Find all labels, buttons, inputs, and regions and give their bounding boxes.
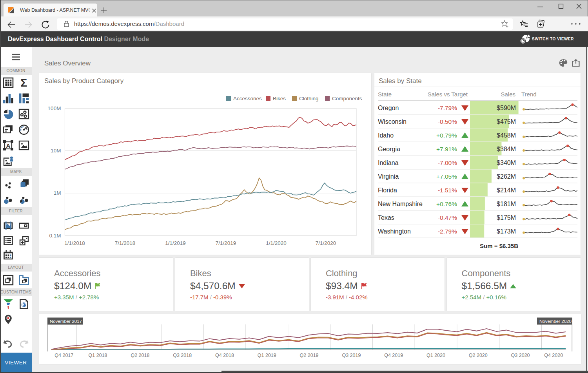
svg-text:Trend: Trend	[521, 91, 537, 98]
svg-text:State: State	[378, 91, 392, 98]
svg-text:Washington: Washington	[378, 228, 411, 235]
svg-text:Components: Components	[332, 96, 362, 101]
svg-text:-2.79%: -2.79%	[438, 228, 457, 235]
svg-text:Idaho: Idaho	[378, 132, 394, 139]
svg-text:+0.79%: +0.79%	[436, 132, 457, 139]
svg-text:Q1 2019: Q1 2019	[258, 353, 276, 358]
svg-text:-0.50%: -0.50%	[438, 118, 457, 125]
svg-text:7/1/2020: 7/1/2020	[316, 240, 336, 246]
svg-text:7/1/2019: 7/1/2019	[216, 240, 236, 246]
svg-text:$173M: $173M	[497, 228, 516, 235]
svg-text:Florida: Florida	[378, 187, 397, 194]
svg-text:Q4 2019: Q4 2019	[384, 353, 403, 358]
svg-text:November 2017: November 2017	[50, 319, 82, 324]
svg-text:Georgia: Georgia	[378, 146, 400, 152]
svg-text:Q2 2019: Q2 2019	[300, 353, 319, 358]
svg-text:Indiana: Indiana	[378, 159, 399, 166]
svg-text:Oregon: Oregon	[378, 105, 399, 111]
svg-text:-7.79%: -7.79%	[438, 105, 457, 111]
svg-text:Accessories: Accessories	[233, 96, 262, 101]
svg-text:Q1 2020: Q1 2020	[426, 353, 445, 358]
svg-text:1/1/2020: 1/1/2020	[266, 240, 287, 246]
svg-text:$340M: $340M	[497, 159, 516, 166]
svg-text:1/1/2019: 1/1/2019	[165, 240, 186, 246]
svg-text:100M: 100M	[48, 105, 61, 111]
svg-text:-7.00%: -7.00%	[438, 159, 457, 166]
svg-text:+7.05%: +7.05%	[436, 173, 457, 180]
svg-text:Q2 2020: Q2 2020	[469, 353, 488, 358]
svg-text:$181M: $181M	[497, 201, 516, 207]
svg-text:New Hampshire: New Hampshire	[378, 201, 423, 207]
svg-text:Texas: Texas	[378, 214, 394, 221]
svg-text:Sum = $6.35B: Sum = $6.35B	[480, 243, 518, 249]
svg-text:Wisconsin: Wisconsin	[378, 118, 407, 125]
svg-text:Q4 2018: Q4 2018	[215, 353, 234, 358]
svg-text:-0.47%: -0.47%	[438, 214, 457, 221]
svg-text:10M: 10M	[51, 148, 61, 154]
svg-text:Bikes: Bikes	[273, 96, 286, 101]
svg-text:$262M: $262M	[497, 173, 516, 180]
svg-text:Virginia: Virginia	[378, 173, 399, 180]
svg-text:Q3 2019: Q3 2019	[342, 353, 361, 358]
svg-text:Sales vs Target: Sales vs Target	[428, 91, 468, 98]
svg-text:Q4 2020: Q4 2020	[544, 353, 563, 358]
svg-text:$175M: $175M	[497, 214, 516, 221]
svg-text:Sales: Sales	[501, 91, 515, 98]
svg-text:A: A	[6, 142, 11, 148]
svg-text:$458M: $458M	[497, 132, 516, 139]
svg-text:Q3 2018: Q3 2018	[173, 353, 192, 358]
svg-text:$590M: $590M	[497, 105, 516, 111]
svg-text:+7.91%: +7.91%	[436, 146, 457, 152]
svg-text:Q1 2018: Q1 2018	[89, 353, 107, 358]
svg-text:Q2 2018: Q2 2018	[131, 353, 149, 358]
svg-text:1/1/2018: 1/1/2018	[64, 240, 85, 246]
svg-text:0.1M: 0.1M	[49, 233, 61, 239]
svg-text:7/1/2018: 7/1/2018	[115, 240, 136, 246]
svg-text:-1.51%: -1.51%	[438, 187, 457, 194]
svg-text:+0.76%: +0.76%	[436, 201, 457, 207]
svg-text:Q3 2020: Q3 2020	[511, 353, 530, 358]
svg-text:$384M: $384M	[497, 146, 516, 152]
svg-text:Q4 2017: Q4 2017	[54, 353, 73, 358]
svg-text:1M: 1M	[54, 190, 61, 196]
svg-text:Σ: Σ	[21, 77, 27, 88]
svg-text:Clothing: Clothing	[299, 96, 319, 101]
svg-text:$475M: $475M	[497, 118, 516, 125]
svg-text:November 2020: November 2020	[539, 319, 572, 324]
svg-text:$214M: $214M	[497, 187, 516, 194]
